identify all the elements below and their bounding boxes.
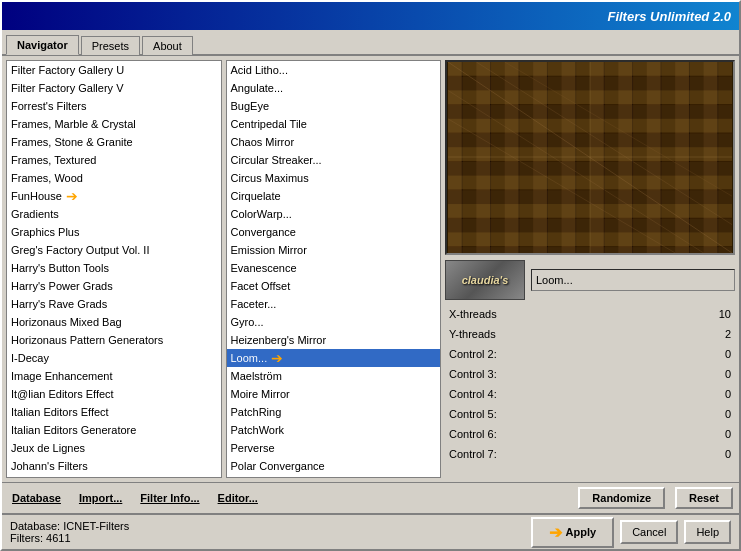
control-row-2: Control 2: 0 (445, 345, 735, 363)
list-item[interactable]: Greg's Factory Output Vol. II (7, 241, 221, 259)
list-item[interactable]: Italian Editors Generatore (7, 421, 221, 439)
import-button[interactable]: Import... (75, 490, 126, 506)
reset-button[interactable]: Reset (675, 487, 733, 509)
filter-item[interactable]: Facet Offset (227, 277, 441, 295)
filter-item[interactable]: Centripedal Tile (227, 115, 441, 133)
control-row-5: Control 5: 0 (445, 405, 735, 423)
filter-item-selected[interactable]: Loom... ➔ (227, 349, 441, 367)
database-value: ICNET-Filters (63, 520, 129, 532)
title-bar: Filters Unlimited 2.0 (2, 2, 739, 30)
database-button[interactable]: Database (8, 490, 65, 506)
filter-item[interactable]: BugEye (227, 97, 441, 115)
list-item[interactable]: Graphics Plus (7, 223, 221, 241)
cancel-button[interactable]: Cancel (620, 520, 678, 544)
list-item[interactable]: Horizonaus Mixed Bag (7, 313, 221, 331)
database-label: Database: (10, 520, 60, 532)
filter-item[interactable]: Maelström (227, 367, 441, 385)
list-item[interactable]: Harry's Rave Grads (7, 295, 221, 313)
bottom-toolbar: Database Import... Filter Info... Editor… (2, 482, 739, 513)
filter-info-button[interactable]: Filter Info... (136, 490, 203, 506)
control-row-3: Control 3: 0 (445, 365, 735, 383)
preview-area (445, 60, 735, 255)
control-row-7: Control 7: 0 (445, 445, 735, 463)
help-button[interactable]: Help (684, 520, 731, 544)
control-row-ythreads: Y-threads 2 (445, 325, 735, 343)
control-row-xthreads: X-threads 10 (445, 305, 735, 323)
list-item[interactable]: It@lian Editors Effect (7, 385, 221, 403)
filter-item[interactable]: Heizenberg's Mirror (227, 331, 441, 349)
filter-item[interactable]: Evanescence (227, 259, 441, 277)
control-row-4: Control 4: 0 (445, 385, 735, 403)
list-item[interactable]: Frames, Wood (7, 169, 221, 187)
plugin-name-display: Loom... (531, 269, 735, 291)
filters-value: 4611 (46, 532, 70, 544)
randomize-button[interactable]: Randomize (578, 487, 665, 509)
loom-arrow-icon: ➔ (271, 350, 283, 366)
filter-item[interactable]: Circus Maximus (227, 169, 441, 187)
filter-item[interactable]: PatchRing (227, 403, 441, 421)
list-item[interactable]: Frames, Stone & Granite (7, 133, 221, 151)
filter-item[interactable]: Circular Streaker... (227, 151, 441, 169)
filter-item[interactable]: Cirquelate (227, 187, 441, 205)
category-list[interactable]: Filter Factory Gallery U Filter Factory … (6, 60, 222, 478)
list-item[interactable]: Image Enhancement (7, 367, 221, 385)
content-area: Filter Factory Gallery U Filter Factory … (2, 56, 739, 482)
filter-item[interactable]: Chaos Mirror (227, 133, 441, 151)
main-window: Filters Unlimited 2.0 Navigator Presets … (0, 0, 741, 551)
filter-item[interactable]: Gyro... (227, 313, 441, 331)
filter-item[interactable]: Convergance (227, 223, 441, 241)
list-item[interactable]: Johann's Filters (7, 457, 221, 475)
list-item[interactable]: Frames, Textured (7, 151, 221, 169)
filter-item[interactable]: Angulate... (227, 79, 441, 97)
list-item[interactable]: Forrest's Filters (7, 97, 221, 115)
list-item[interactable]: Frames, Marble & Crystal (7, 115, 221, 133)
tab-bar: Navigator Presets About (2, 30, 739, 56)
list-item-funhouse[interactable]: FunHouse ➔ (7, 187, 221, 205)
filter-list[interactable]: Acid Litho... Angulate... BugEye Centrip… (226, 60, 442, 478)
list-item[interactable]: I-Decay (7, 349, 221, 367)
tab-navigator[interactable]: Navigator (6, 35, 79, 55)
filter-item[interactable]: Perverse (227, 439, 441, 457)
controls-section: X-threads 10 Y-threads 2 Control 2: 0 Co… (445, 305, 735, 478)
filter-item[interactable]: Polar Convergance (227, 457, 441, 475)
list-item[interactable]: Harry's Power Grads (7, 277, 221, 295)
status-bar: Database: ICNET-Filters Filters: 4611 ➔ … (2, 513, 739, 549)
funhouse-arrow-icon: ➔ (66, 188, 78, 204)
filter-item[interactable]: PatchWork (227, 421, 441, 439)
list-item[interactable]: Italian Editors Effect (7, 403, 221, 421)
apply-arrow-icon: ➔ (549, 523, 562, 542)
editor-button[interactable]: Editor... (214, 490, 262, 506)
list-item[interactable]: Gradients (7, 205, 221, 223)
control-row-6: Control 6: 0 (445, 425, 735, 443)
plugin-logo: claudia's (445, 260, 525, 300)
filter-item[interactable]: Moire Mirror (227, 385, 441, 403)
filter-item[interactable]: Polar Perversion (227, 475, 441, 478)
filter-item[interactable]: Faceter... (227, 295, 441, 313)
list-item[interactable]: kang 1 (7, 475, 221, 478)
list-item[interactable]: Horizonaus Pattern Generators (7, 331, 221, 349)
status-database: Database: ICNET-Filters Filters: 4611 (10, 520, 129, 544)
apply-area: ➔ Apply Cancel Help (531, 517, 731, 548)
preview-svg (447, 62, 733, 253)
tab-presets[interactable]: Presets (81, 36, 140, 55)
list-item[interactable]: Filter Factory Gallery U (7, 61, 221, 79)
filter-item[interactable]: ColorWarp... (227, 205, 441, 223)
plugin-info-row: claudia's Loom... (445, 259, 735, 301)
title-text: Filters Unlimited 2.0 (607, 9, 731, 24)
right-panel: claudia's Loom... X-threads 10 Y-threads… (445, 60, 735, 478)
apply-button[interactable]: ➔ Apply (531, 517, 615, 548)
filters-label: Filters: (10, 532, 43, 544)
filter-item[interactable]: Emission Mirror (227, 241, 441, 259)
tab-about[interactable]: About (142, 36, 193, 55)
list-item[interactable]: Jeux de Lignes (7, 439, 221, 457)
filter-item[interactable]: Acid Litho... (227, 61, 441, 79)
list-item[interactable]: Harry's Button Tools (7, 259, 221, 277)
list-item[interactable]: Filter Factory Gallery V (7, 79, 221, 97)
